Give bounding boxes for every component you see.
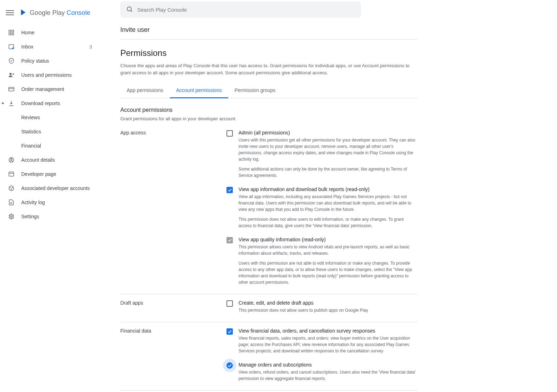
sidebar-item-download-reports[interactable]: Download reports: [0, 96, 99, 110]
search-icon: [126, 6, 133, 14]
users-icon: [7, 71, 16, 79]
permission-title: View app information and download bulk r…: [239, 186, 418, 192]
account-icon: [7, 156, 16, 164]
sidebar-item-policy-status[interactable]: Policy status: [0, 54, 99, 68]
svg-point-16: [10, 188, 11, 188]
subsection-heading: Account permissions: [120, 107, 418, 113]
permission-group: Financial data View financial data, orde…: [120, 322, 418, 391]
main: Invite user Permissions Choose the apps …: [99, 0, 557, 392]
activity-icon: [7, 198, 16, 207]
svg-point-17: [12, 188, 13, 188]
section-sub: Choose the apps and areas of Play Consol…: [120, 62, 418, 76]
tab-account-permissions[interactable]: Account permissions: [170, 83, 228, 98]
svg-point-18: [11, 189, 12, 190]
svg-rect-9: [9, 87, 14, 91]
permission-title: Admin (all permissions): [239, 130, 418, 136]
sidebar-item-inbox[interactable]: Inbox 3: [0, 40, 99, 54]
sidebar-item-label: Inbox: [21, 44, 90, 50]
permission-title: Create, edit, and delete draft apps: [239, 300, 418, 306]
permission-group-label: Financial data: [120, 328, 226, 382]
sidebar-item-associated-developer-accounts[interactable]: Associated developer accounts: [0, 181, 99, 195]
tabs: App permissionsAccount permissionsPermis…: [120, 83, 418, 98]
logo[interactable]: Google Play Console: [20, 8, 90, 17]
permission-description: This permission allows users to view And…: [239, 244, 418, 286]
inbox-icon: [7, 42, 16, 51]
permission-description: View financial reports, sales reports, a…: [239, 335, 418, 354]
settings-icon: [7, 212, 16, 221]
tab-app-permissions[interactable]: App permissions: [120, 83, 170, 98]
permission-group-label: Draft apps: [120, 300, 226, 313]
permission-item: View financial data, orders, and cancell…: [226, 328, 418, 354]
permission-item: Create, edit, and delete draft apps This…: [226, 300, 418, 313]
permission-title: View app quality information (read-only): [239, 237, 418, 242]
play-icon: [20, 8, 28, 17]
section-heading: Permissions: [120, 48, 418, 58]
tab-permission-groups[interactable]: Permission groups: [228, 83, 282, 98]
checkbox[interactable]: [226, 187, 233, 193]
hamburger-icon[interactable]: [6, 8, 14, 17]
permission-group: App access Admin (all permissions) Users…: [120, 130, 418, 294]
search-bar[interactable]: [120, 1, 361, 18]
permission-item: View app information and download bulk r…: [226, 186, 418, 229]
permission-group-label: App access: [120, 130, 226, 286]
sidebar-item-statistics[interactable]: Statistics: [0, 125, 99, 139]
svg-point-12: [11, 158, 12, 160]
shield-icon: [7, 57, 16, 65]
svg-point-21: [11, 216, 12, 218]
permission-description: Users with this permission get all other…: [239, 137, 418, 179]
permission-item: View app quality information (read-only)…: [226, 237, 418, 286]
sidebar-item-label: Associated developer accounts: [21, 185, 92, 191]
sidebar-item-developer-page[interactable]: Developer page: [0, 167, 99, 181]
sidebar-item-reviews[interactable]: Reviews: [0, 110, 99, 125]
sidebar: Google Play Console Home Inbox 3 Policy …: [0, 0, 99, 392]
sidebar-item-label: Financial: [21, 143, 92, 149]
sidebar-item-label: Developer page: [21, 171, 92, 177]
sidebar-item-label: Order management: [21, 86, 92, 92]
svg-rect-8: [12, 75, 14, 75]
logo-text: Google Play Console: [30, 9, 90, 17]
sidebar-item-label: Download reports: [21, 100, 92, 106]
sidebar-item-label: Activity log: [21, 200, 92, 205]
sidebar-item-financial[interactable]: Financial: [0, 139, 99, 153]
svg-point-15: [9, 186, 14, 191]
sidebar-item-account-details[interactable]: Account details: [0, 153, 99, 167]
sidebar-item-badge: 3: [90, 44, 92, 50]
page-icon: [7, 170, 16, 178]
svg-point-6: [10, 73, 12, 75]
permission-item: Manage orders and subscriptions View ord…: [226, 362, 418, 382]
svg-line-23: [131, 10, 132, 12]
svg-point-22: [127, 7, 131, 11]
svg-rect-0: [9, 30, 11, 32]
checkbox[interactable]: [226, 237, 233, 243]
svg-rect-3: [12, 33, 14, 35]
permission-item: Admin (all permissions) Users with this …: [226, 130, 418, 179]
permission-description: This permission does not allow users to …: [239, 307, 418, 313]
linked-icon: [7, 184, 16, 192]
page-title: Invite user: [120, 26, 418, 39]
checkbox[interactable]: [226, 130, 233, 137]
sidebar-item-home[interactable]: Home: [0, 25, 99, 40]
checkbox[interactable]: [226, 362, 233, 369]
divider: [120, 39, 418, 40]
sidebar-item-label: Policy status: [21, 58, 92, 64]
grid-icon: [7, 28, 16, 37]
permission-description: View orders, refund orders, and cancel s…: [239, 369, 418, 382]
sidebar-item-users-and-permissions[interactable]: Users and permissions: [0, 68, 99, 82]
permission-title: Manage orders and subscriptions: [239, 362, 418, 368]
card-icon: [7, 85, 16, 93]
sidebar-item-activity-log[interactable]: Activity log: [0, 195, 99, 209]
sidebar-item-label: Statistics: [21, 129, 92, 134]
search-input[interactable]: [137, 7, 355, 13]
checkbox[interactable]: [226, 328, 233, 335]
download-icon: [7, 99, 16, 108]
sidebar-item-settings[interactable]: Settings: [0, 209, 99, 224]
svg-rect-13: [9, 172, 14, 176]
sidebar-item-label: Settings: [21, 214, 92, 219]
svg-rect-1: [12, 30, 14, 32]
nav: Home Inbox 3 Policy status Users and per…: [0, 23, 99, 224]
permission-group: Draft apps Create, edit, and delete draf…: [120, 294, 418, 322]
checkbox[interactable]: [226, 300, 233, 307]
sidebar-item-order-management[interactable]: Order management: [0, 82, 99, 96]
svg-rect-2: [9, 33, 11, 35]
subsection-sub: Grant permissions for all apps in your d…: [120, 116, 418, 121]
